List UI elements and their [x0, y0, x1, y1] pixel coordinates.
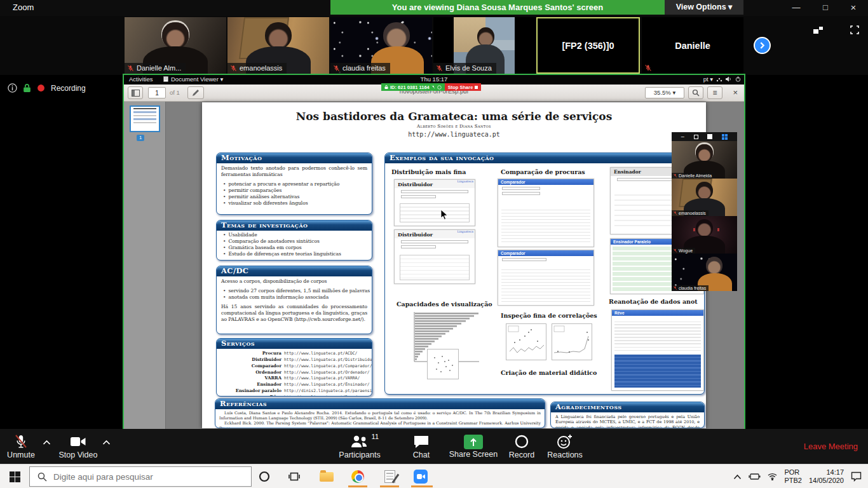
clock-indicator[interactable]: 14:17 14/05/2020: [809, 468, 844, 484]
participant-name: claudia freitas: [342, 64, 386, 72]
leave-meeting-button[interactable]: Leave Meeting: [804, 429, 858, 464]
section-heading: Motivação: [217, 153, 372, 163]
audio-options-chevron[interactable]: [39, 437, 53, 448]
video-tile-danielle[interactable]: Danielle: [642, 17, 743, 74]
minimize-button[interactable]: —: [783, 0, 810, 16]
fullscreen-icon[interactable]: [850, 25, 859, 37]
stop-video-button[interactable]: Stop Video: [58, 429, 98, 464]
share-screen-label: Share Screen: [449, 450, 498, 459]
system-tray: POR PTB2 14:17 14/05/2020: [733, 464, 868, 488]
taskbar-search-box[interactable]: [29, 466, 252, 487]
poster-authors: Alberto Simões e Diana Santos: [202, 124, 706, 129]
maximize-button[interactable]: □: [812, 0, 839, 16]
language-indicator[interactable]: POR PTB2: [784, 468, 802, 484]
video-tile-emanoelassis[interactable]: emanoelassis: [227, 17, 329, 74]
unmute-button[interactable]: Unmute: [4, 429, 38, 464]
panel-small-view-icon[interactable]: [694, 135, 698, 139]
show-hidden-icons-chevron[interactable]: [733, 474, 742, 480]
bullet-list: servindo 27 corpos diferentes, 1,5 mil m…: [223, 288, 372, 301]
cortana-icon[interactable]: [254, 466, 275, 487]
panel-header: –: [672, 132, 737, 141]
mic-muted-icon: [673, 248, 677, 253]
system-status-area[interactable]: pt ▾: [703, 76, 741, 83]
recording-dot-icon[interactable]: [37, 84, 45, 92]
chrome-icon[interactable]: [347, 466, 369, 487]
meeting-id-label: ID: 621 0381 1164: [390, 85, 430, 90]
app-title: Zoom: [13, 3, 34, 12]
panel-gallery-icon[interactable]: [722, 134, 728, 140]
wifi-icon[interactable]: [768, 473, 777, 480]
participant-name: Elvis de Souza: [445, 64, 492, 72]
search-button[interactable]: [688, 86, 703, 99]
record-button[interactable]: Record: [503, 429, 540, 464]
section-heading: Serviços: [217, 339, 372, 349]
video-tile-claudia-freitas[interactable]: claudia freitas: [330, 17, 432, 74]
meeting-id-pill: ID: 621 0381 1164 Stop Share: [381, 83, 481, 91]
task-view-icon[interactable]: [283, 466, 305, 487]
view-options-button[interactable]: View Options ▾: [665, 0, 743, 15]
sidebar-toggle-button[interactable]: [128, 86, 143, 99]
video-options-chevron[interactable]: [99, 437, 113, 448]
video-tile-danielle-alm[interactable]: Danielle Alm...: [125, 17, 226, 74]
stop-share-button[interactable]: Stop Share: [445, 83, 482, 91]
document-area: 1 Nos bastidores da Gramateca: uma série…: [124, 102, 744, 429]
section-temas: Temas de investigação Usabilidade Compar…: [216, 220, 372, 261]
participants-count-badge: 11: [372, 433, 379, 440]
file-explorer-icon[interactable]: [316, 466, 337, 487]
notepad-icon[interactable]: [379, 466, 400, 487]
encryption-lock-icon: [23, 83, 31, 93]
stop-icon: [475, 86, 478, 89]
clock[interactable]: Thu 15:17: [124, 76, 744, 83]
correlation-plot-2: [552, 323, 592, 360]
viewer-close-button[interactable]: ×: [733, 88, 738, 97]
participants-button[interactable]: 11 Participants: [325, 429, 394, 464]
start-button[interactable]: [0, 464, 29, 488]
page-thumbnail[interactable]: [130, 105, 160, 132]
search-input[interactable]: [53, 472, 231, 482]
page-number-input[interactable]: 1: [148, 87, 166, 98]
info-icon[interactable]: [8, 83, 17, 93]
action-center-icon[interactable]: [851, 471, 862, 482]
participant-name-tag: Elvis de Souza: [433, 63, 496, 74]
panel-minimize-icon[interactable]: –: [681, 135, 684, 139]
panel-tile-danielle-almeida[interactable]: Danielle Almeida: [672, 141, 737, 179]
viewing-screen-banner: You are viewing Diana Sousa Marques Sant…: [330, 0, 665, 15]
example-label: Capacidades de visualização: [397, 301, 492, 308]
section-exemplos: Exemplos da sua invocação Distribuição m…: [384, 152, 705, 395]
chat-icon: [413, 434, 430, 449]
section-acdc: AC/DC Acesso a corpos, disponibilização …: [216, 266, 372, 334]
video-thumbnail-strip: Danielle Alm... emanoelassis claudia fre…: [0, 16, 868, 75]
floating-participants-panel[interactable]: – Danielle Almeida emanoelassis Wogue cl…: [672, 132, 737, 291]
battery-icon[interactable]: [749, 473, 761, 480]
section-referencias: Referências Luís Costa, Diana Santos e P…: [215, 398, 545, 428]
section-footer: Há 15 anos servindo as comunidades do pr…: [217, 302, 372, 325]
panel-large-view-icon[interactable]: [707, 134, 712, 139]
participant-name: emanoelassis: [240, 64, 282, 72]
gallery-view-icon[interactable]: [813, 25, 823, 37]
participants-icon: [350, 434, 369, 449]
participants-label: Participants: [339, 451, 380, 459]
annotate-button[interactable]: [187, 86, 204, 99]
video-tile-elvis-de-souza[interactable]: Elvis de Souza: [433, 17, 535, 74]
thumbnails-sidebar[interactable]: 1: [124, 102, 166, 429]
panel-tile-emanoelassis[interactable]: emanoelassis: [672, 179, 737, 216]
section-heading: Temas de investigação: [217, 220, 372, 231]
mic-muted-icon: [673, 286, 677, 290]
menu-button[interactable]: ≡: [707, 86, 722, 99]
close-button[interactable]: ×: [840, 0, 867, 16]
keyboard-layout: pt ▾: [703, 76, 713, 83]
zoom-level-select[interactable]: 35.5% ▾: [645, 87, 684, 98]
record-icon: [514, 434, 529, 449]
share-screen-button[interactable]: Share Screen: [445, 429, 502, 464]
meeting-id-segment: ID: 621 0381 1164: [381, 83, 445, 91]
mic-muted-icon: [436, 65, 443, 72]
zoom-taskbar-icon[interactable]: [410, 466, 431, 487]
panel-tile-wogue[interactable]: Wogue: [672, 216, 737, 254]
next-participants-page-button[interactable]: [754, 37, 771, 54]
participant-name: emanoelassis: [679, 211, 706, 215]
reactions-button[interactable]: Reactions: [543, 429, 587, 464]
chat-button[interactable]: Chat: [402, 429, 441, 464]
video-tile-fp2-active-speaker[interactable]: [FP2 (356)]0: [536, 17, 640, 74]
poster-page[interactable]: Nos bastidores da Gramateca: uma série d…: [202, 102, 706, 428]
panel-tile-claudia-freitas[interactable]: claudia freitas: [672, 254, 737, 291]
